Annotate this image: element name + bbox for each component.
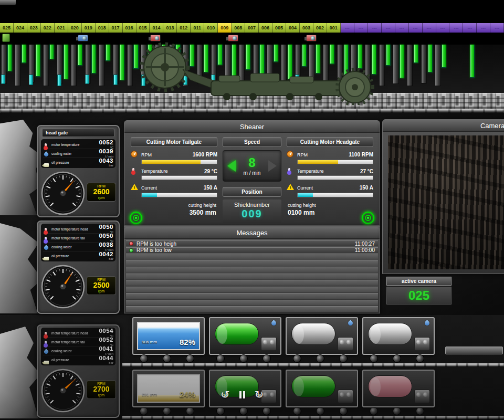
shield-cell-008[interactable]: 008 [232,23,245,33]
green-tank-wagon[interactable] [209,317,281,355]
tailgate-rpm-metric: RPM 1600 RPM [131,151,217,159]
pressure-bar-cyan [113,75,118,85]
reading-value: 0052 [99,140,113,146]
shield-cell-017[interactable]: 017 [109,23,123,33]
warning-triangle-icon [131,184,138,191]
pressure-bar-gray [393,45,398,84]
shield-cell-012[interactable]: 012 [177,23,191,33]
speed-decrease-arrow[interactable] [227,160,236,172]
reading-label: motor temperature [51,143,97,146]
measured-tank-wagon[interactable]: 291 mm24% [132,370,205,407]
shield-cell-empty: --- [449,23,463,33]
reading-value-wrap: 0042bar [99,251,113,261]
rpm-gauge [41,171,85,215]
shield-cell-024[interactable]: 024 [14,23,27,33]
tank-level-text: 986 mm [142,340,157,344]
shield-cell-013[interactable]: 013 [163,23,177,33]
reading-label: cooling water [51,152,97,155]
status-icon [2,34,10,42]
shield-cell-004[interactable]: 004 [286,23,300,33]
camera-icon-red[interactable] [150,35,161,41]
shield-cell-007[interactable]: 007 [245,23,259,33]
camera-video-feed [388,135,504,269]
panel-title: head gate [42,129,114,137]
message-text: RPM is too heigh [136,241,352,247]
shield-bar-slot [490,45,504,93]
shield-cell-006[interactable]: 006 [259,23,272,33]
pressure-bar-green [428,45,433,72]
shield-cell-010[interactable]: 010 [204,23,218,33]
message-severity-dot [129,242,133,246]
shield-cell-011[interactable]: 011 [191,23,204,33]
pressure-bar-gray [15,45,20,86]
tank-body: 986 mm82% [137,322,200,350]
shield-cell-018[interactable]: 018 [96,23,109,33]
shield-cell-005[interactable]: 005 [272,23,286,33]
pressure-bar-green [49,45,54,59]
camera-icon-red[interactable] [306,35,317,41]
shield-bar-slot [378,45,392,93]
tailgate-section-title: Cutting Motor Tailgate [131,137,217,147]
shearer-machine-graphic [132,42,379,105]
reading-label: motor temperature head [51,227,97,231]
speed-increase-arrow[interactable] [268,160,277,172]
green-tank-wagon[interactable] [286,370,358,407]
reading-row: cooling water0039l / min [43,149,113,158]
shield-cell-021[interactable]: 021 [55,23,68,33]
shield-cell-020[interactable]: 020 [68,23,82,33]
message-row[interactable]: RPM is too low11:00:00 [126,247,378,253]
shearer-panel-title: Shearer [124,121,380,133]
message-row-empty [126,280,378,286]
water-droplet-icon [43,348,49,354]
messages-panel-title: Messages [124,227,380,239]
tailgate-temperature-bar [141,175,217,180]
tailgate-temperature-value: 29 °C [204,169,217,174]
message-row-empty [126,306,378,312]
headgate-temperature-value: 27 °C [360,169,373,174]
wheel [239,407,248,415]
shield-cell-014[interactable]: 014 [150,23,163,33]
shield-cell-016[interactable]: 016 [123,23,136,33]
pause-button[interactable] [239,391,245,398]
green-tank-wagon[interactable] [209,370,281,407]
longwall-hmi-screen: 0250240230220210200190180170160150140130… [0,0,504,420]
pressure-bar-green [78,45,82,66]
shield-cell-019[interactable]: 019 [82,23,96,33]
shield-cell-001[interactable]: 001 [327,23,341,33]
shield-bar-slot [406,45,420,93]
thermometer-icon [43,226,49,232]
shield-cell-015[interactable]: 015 [136,23,150,33]
silver-tank-wagon[interactable] [286,317,358,355]
wheel [239,354,248,363]
rpm-readout-value: 2700 [87,385,116,393]
camera-icon-red[interactable] [228,35,238,41]
shield-cell-022[interactable]: 022 [41,23,55,33]
pink-tank-wagon[interactable] [362,370,435,407]
shield-cell-009[interactable]: 009 [218,23,232,33]
shield-cell-025[interactable]: 025 [0,23,14,33]
reading-label: oil pressure [51,254,97,258]
camera-icon-blue[interactable] [78,35,88,41]
shieldnumber-value: 009 [223,208,281,220]
headgate-cutting-height: cutting height 0100 mm [287,203,373,216]
rewind-button[interactable]: ↺10 [220,389,230,400]
pressure-bar-cyan [57,75,61,86]
shield-bar-slot [98,45,112,93]
equipment-panel-1: head gatemotor temperature0052°Ccooling … [37,125,120,217]
tailgate-current-label: Current [141,185,201,191]
tailgate-temperature-label: Temperature [141,169,202,174]
shield-cell-003[interactable]: 003 [300,23,313,33]
wheel [339,407,348,415]
rail-track [122,416,504,419]
headgate-cutting-height-value: 0100 mm [288,209,372,216]
measured-tank-wagon[interactable]: 986 mm82% [132,317,205,355]
pressure-bar-green [7,45,12,71]
forward-button[interactable]: ↻30 [255,389,264,400]
message-row[interactable]: RPM is too heigh11:00:27 [126,240,378,246]
shield-cell-023[interactable]: 023 [27,23,41,33]
silver-tank-wagon[interactable] [362,317,435,355]
wheel [293,407,301,415]
tank-cylinder [368,375,412,397]
shield-cell-002[interactable]: 002 [313,23,327,33]
pressure-bar-green [442,45,446,68]
